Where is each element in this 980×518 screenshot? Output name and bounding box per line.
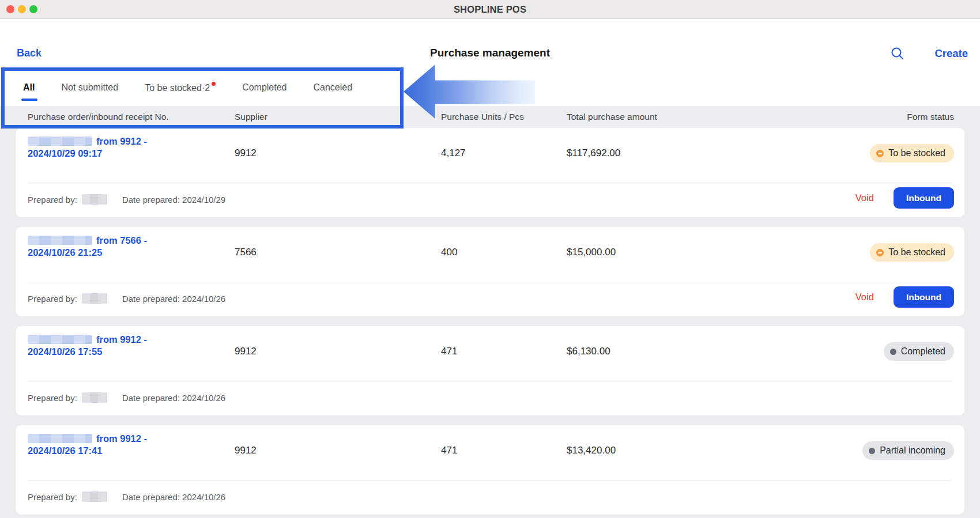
card-actions: Void Inbound bbox=[855, 187, 954, 209]
tab-label: All bbox=[23, 82, 35, 92]
units-value: 471 bbox=[441, 445, 457, 456]
card-divider bbox=[28, 480, 952, 481]
tab-label: Completed bbox=[242, 82, 287, 92]
redacted-preparer-name bbox=[82, 491, 107, 502]
search-icon[interactable] bbox=[890, 46, 905, 61]
window-titlebar: SHOPLINE POS bbox=[0, 0, 980, 19]
pending-status-dot-icon bbox=[876, 150, 884, 157]
purchase-order-card: from 9912 - 2024/10/26 17:41 9912 471 $1… bbox=[16, 425, 964, 515]
prepared-info: Prepared by: Date prepared: 2024/10/26 bbox=[28, 289, 225, 308]
purchase-order-card: from 7566 - 2024/10/26 21:25 7566 400 $1… bbox=[16, 227, 964, 316]
amount-value: $6,130.00 bbox=[567, 346, 610, 357]
order-title-line2: 2024/10/26 17:41 bbox=[28, 445, 102, 456]
tab-not-submitted[interactable]: Not submitted bbox=[61, 82, 118, 93]
status-label: To be stocked bbox=[888, 247, 945, 258]
supplier-value: 9912 bbox=[235, 148, 257, 158]
amount-value: $117,692.00 bbox=[567, 148, 620, 158]
date-prepared: Date prepared: 2024/10/26 bbox=[122, 294, 225, 304]
column-header-units: Purchase Units / Pcs bbox=[441, 106, 524, 128]
column-header-amount: Total purchase amount bbox=[567, 106, 657, 128]
void-button[interactable]: Void bbox=[855, 192, 874, 203]
order-number-link[interactable]: from 9912 - 2024/10/26 17:55 bbox=[28, 334, 224, 358]
status-badge: Completed bbox=[884, 342, 954, 361]
tab-completed[interactable]: Completed bbox=[242, 82, 287, 93]
status-label: Completed bbox=[901, 346, 945, 357]
column-header-supplier: Supplier bbox=[235, 106, 267, 128]
order-number-link[interactable]: from 7566 - 2024/10/26 21:25 bbox=[28, 235, 224, 259]
prepared-info: Prepared by: Date prepared: 2024/10/26 bbox=[28, 487, 225, 506]
amount-value: $15,000.00 bbox=[567, 247, 616, 258]
supplier-value: 7566 bbox=[235, 247, 257, 258]
units-value: 4,127 bbox=[441, 148, 466, 158]
inbound-button[interactable]: Inbound bbox=[894, 187, 954, 209]
order-title-line2: 2024/10/29 09:17 bbox=[28, 148, 102, 158]
partial-status-dot-icon bbox=[869, 448, 875, 454]
order-title-line2: 2024/10/26 21:25 bbox=[28, 247, 102, 258]
card-divider bbox=[28, 183, 952, 183]
card-divider bbox=[28, 282, 952, 282]
prepared-info: Prepared by: Date prepared: 2024/10/26 bbox=[28, 388, 225, 407]
pending-status-dot-icon bbox=[876, 249, 884, 256]
redacted-order-number bbox=[28, 137, 92, 146]
status-label: Partial incoming bbox=[880, 445, 945, 456]
tab-all[interactable]: All bbox=[23, 82, 35, 93]
redacted-preparer-name bbox=[82, 392, 107, 403]
purchase-order-list: from 9912 - 2024/10/29 09:17 9912 4,127 … bbox=[16, 128, 964, 518]
date-prepared: Date prepared: 2024/10/26 bbox=[122, 492, 225, 502]
date-prepared: Date prepared: 2024/10/26 bbox=[122, 393, 225, 403]
void-button[interactable]: Void bbox=[855, 292, 874, 303]
status-badge: To be stocked bbox=[870, 144, 954, 162]
supplier-value: 9912 bbox=[235, 445, 257, 456]
tab-to-be-stocked[interactable]: To be stocked·2 bbox=[145, 82, 216, 93]
inbound-button[interactable]: Inbound bbox=[894, 286, 954, 308]
order-title-line1: from 9912 - bbox=[96, 433, 147, 444]
redacted-order-number bbox=[28, 236, 92, 245]
column-header-form-status: Form status bbox=[907, 106, 954, 128]
app-title: SHOPLINE POS bbox=[0, 0, 980, 18]
card-divider bbox=[28, 381, 952, 381]
order-title-line1: from 9912 - bbox=[96, 334, 147, 345]
purchase-order-card: from 9912 - 2024/10/29 09:17 9912 4,127 … bbox=[16, 128, 964, 217]
redacted-order-number bbox=[28, 434, 92, 443]
units-value: 471 bbox=[441, 346, 457, 357]
amount-value: $13,420.00 bbox=[567, 445, 616, 456]
create-button[interactable]: Create bbox=[934, 47, 968, 60]
card-actions: Void Inbound bbox=[855, 286, 954, 308]
redacted-preparer-name bbox=[82, 293, 107, 304]
tab-label: To be stocked·2 bbox=[145, 83, 210, 93]
redacted-preparer-name bbox=[82, 194, 107, 205]
redacted-order-number bbox=[28, 335, 92, 344]
order-title-line1: from 7566 - bbox=[96, 235, 147, 245]
order-number-link[interactable]: from 9912 - 2024/10/29 09:17 bbox=[28, 135, 224, 160]
completed-status-dot-icon bbox=[890, 349, 896, 355]
page-title: Purchase management bbox=[0, 47, 980, 59]
tab-label: Not submitted bbox=[61, 82, 118, 92]
order-title-line2: 2024/10/26 17:55 bbox=[28, 346, 102, 357]
supplier-value: 9912 bbox=[235, 346, 257, 357]
prepared-by-label: Prepared by: bbox=[28, 195, 77, 205]
status-badge: To be stocked bbox=[870, 243, 954, 262]
status-label: To be stocked bbox=[888, 148, 945, 158]
prepared-by-label: Prepared by: bbox=[28, 393, 77, 403]
prepared-info: Prepared by: Date prepared: 2024/10/29 bbox=[28, 190, 225, 209]
order-number-link[interactable]: from 9912 - 2024/10/26 17:41 bbox=[28, 433, 224, 457]
tab-canceled[interactable]: Canceled bbox=[314, 82, 353, 93]
status-tabs: All Not submitted To be stocked·2 Comple… bbox=[23, 68, 352, 107]
table-header: Purchase order/inbound receipt No. Suppl… bbox=[0, 106, 980, 128]
prepared-by-label: Prepared by: bbox=[28, 294, 77, 304]
alert-dot-icon bbox=[212, 82, 216, 86]
tab-label: Canceled bbox=[314, 82, 353, 92]
units-value: 400 bbox=[441, 247, 457, 258]
column-header-receipt-no: Purchase order/inbound receipt No. bbox=[28, 106, 169, 128]
purchase-order-card: from 9912 - 2024/10/26 17:55 9912 471 $6… bbox=[16, 326, 964, 415]
prepared-by-label: Prepared by: bbox=[28, 492, 77, 502]
status-badge: Partial incoming bbox=[862, 441, 954, 460]
order-title-line1: from 9912 - bbox=[96, 136, 147, 146]
date-prepared: Date prepared: 2024/10/29 bbox=[122, 195, 225, 205]
